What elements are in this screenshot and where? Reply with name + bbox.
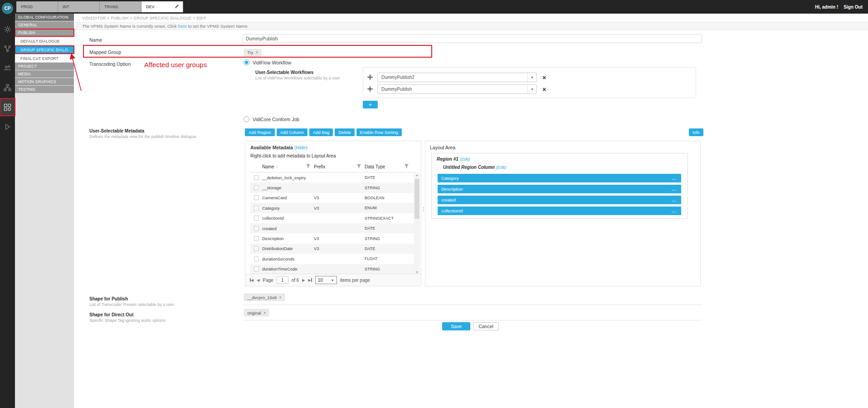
table-row[interactable]: __deletion_lock_expiryDATE <box>250 172 416 182</box>
tab-int[interactable]: INT <box>58 1 100 12</box>
column-header-prefix[interactable]: Prefix <box>314 164 326 169</box>
table-row[interactable]: durationSecondsFLOAT <box>250 254 416 264</box>
remove-tag-icon[interactable]: × <box>279 295 282 300</box>
vidiflow-radio[interactable] <box>244 59 249 65</box>
nav-motion-graphics[interactable]: MOTION GRAPHICS <box>15 78 74 85</box>
last-page-button[interactable]: ▶ <box>308 278 312 282</box>
table-scrollbar[interactable]: ▲ ▼ <box>414 173 420 275</box>
table-row[interactable]: CategoryV3ENUM <box>250 203 416 213</box>
add-region-button[interactable]: Add Region <box>245 128 275 136</box>
vidicore-radio-label[interactable]: VidiCore Conform Job <box>253 117 299 122</box>
shape-direct-field[interactable]: original × <box>243 308 702 320</box>
nav-project[interactable]: PROJECT <box>15 63 74 70</box>
drag-handle-icon[interactable] <box>367 74 373 82</box>
next-page-button[interactable]: ▶ <box>302 278 305 282</box>
workflow-dropdown[interactable]: DummyPublish ▼ <box>377 84 537 94</box>
row-checkbox[interactable] <box>254 216 259 221</box>
more-options-icon[interactable]: ... <box>672 187 677 192</box>
tab-dev[interactable]: DEV <box>141 1 183 12</box>
gear-icon[interactable] <box>0 20 15 38</box>
filter-funnel-icon[interactable] <box>357 164 361 169</box>
layout-item[interactable]: created... <box>438 196 681 204</box>
nav-publish[interactable]: PUBLISH <box>15 29 74 36</box>
configuration-modules-icon[interactable] <box>0 98 15 116</box>
row-checkbox[interactable] <box>254 185 259 190</box>
row-checkbox[interactable] <box>254 175 259 180</box>
table-row[interactable]: DistributionDateV3DATE <box>250 244 416 254</box>
delete-button[interactable]: Delete <box>335 128 354 136</box>
name-input[interactable] <box>243 34 702 43</box>
layout-item[interactable]: collectionId... <box>438 206 681 215</box>
nav-default-dialogue[interactable]: DEFAULT DIALOGUE <box>15 37 74 45</box>
layout-item[interactable]: Category... <box>438 174 681 182</box>
row-checkbox[interactable] <box>254 226 259 231</box>
region-edit-link[interactable]: (Edit) <box>460 157 470 162</box>
play-icon[interactable] <box>0 118 15 135</box>
row-checkbox[interactable] <box>254 236 259 241</box>
panel-splitter-handle[interactable]: ⋮ <box>421 206 424 211</box>
tab-trans[interactable]: TRANS <box>100 1 141 12</box>
nav-testing[interactable]: TESTING <box>15 86 74 93</box>
tab-prod[interactable]: PROD <box>16 1 58 12</box>
enable-row-sorting-button[interactable]: Enable Row Sorting <box>356 128 402 136</box>
add-bag-button[interactable]: Add Bag <box>309 128 333 136</box>
prev-page-button[interactable]: ◀ <box>257 278 259 282</box>
scroll-up-icon[interactable]: ▲ <box>414 174 420 177</box>
add-column-button[interactable]: Add Column <box>277 128 307 136</box>
sign-out-link[interactable]: Sign Out <box>844 5 863 10</box>
items-per-page-select[interactable]: 10 ▼ <box>315 276 337 284</box>
chevron-down-icon[interactable]: ▼ <box>527 85 536 93</box>
row-checkbox[interactable] <box>254 266 259 271</box>
workflow-icon[interactable] <box>0 40 15 57</box>
mapped-group-tag[interactable]: Try × <box>244 49 261 56</box>
info-button[interactable]: Info <box>689 128 703 136</box>
table-row[interactable]: createdDATE <box>250 223 416 233</box>
page-number-input[interactable] <box>277 276 288 284</box>
table-row[interactable]: CameraCardV3BOOLEAN <box>250 193 416 203</box>
row-checkbox[interactable] <box>254 256 259 261</box>
mapped-group-field[interactable]: Try × <box>244 48 261 56</box>
remove-workflow-icon[interactable]: × <box>542 74 546 81</box>
remove-tag-icon[interactable]: × <box>255 50 258 55</box>
remove-tag-icon[interactable]: × <box>263 310 266 315</box>
shape-publish-tag[interactable]: __dvcpro_16x9 × <box>244 294 285 301</box>
table-row[interactable]: collectionIdSTRINGEXACT <box>250 213 416 223</box>
hide-link[interactable]: (Hide) <box>294 145 307 150</box>
scrollbar-thumb[interactable] <box>414 179 419 219</box>
filter-funnel-icon[interactable] <box>405 164 409 169</box>
nav-final-cut-export[interactable]: FINAL CUT EXPORT <box>15 54 74 62</box>
nav-media[interactable]: MEDIA <box>15 70 74 78</box>
table-row[interactable]: __storageSTRING <box>250 182 416 192</box>
vidicore-radio[interactable] <box>244 116 249 122</box>
chevron-down-icon[interactable]: ▼ <box>527 73 536 82</box>
filter-funnel-icon[interactable] <box>306 164 310 169</box>
layout-item[interactable]: Description... <box>438 185 681 193</box>
shape-direct-tag[interactable]: original × <box>244 309 269 316</box>
more-options-icon[interactable]: ... <box>672 176 677 181</box>
more-options-icon[interactable]: ... <box>672 197 677 202</box>
drag-handle-icon[interactable] <box>367 85 373 93</box>
nav-general[interactable]: GENERAL <box>15 21 74 29</box>
row-checkbox[interactable] <box>254 206 259 211</box>
first-page-button[interactable]: ◀ <box>250 278 254 282</box>
users-icon[interactable] <box>0 59 15 77</box>
column-header-name[interactable]: Name <box>262 164 274 169</box>
nav-group-specific-dialogue[interactable]: GROUP SPECIFIC DIALO... <box>15 46 74 54</box>
save-button[interactable]: Save <box>442 322 470 330</box>
sitemap-icon[interactable] <box>0 79 15 96</box>
add-workflow-button[interactable]: + <box>363 101 378 108</box>
shape-publish-field[interactable]: __dvcpro_16x9 × <box>243 292 702 305</box>
row-checkbox[interactable] <box>254 195 259 200</box>
row-checkbox[interactable] <box>254 246 259 251</box>
column-header-datatype[interactable]: Data Type <box>365 164 385 169</box>
column-edit-link[interactable]: (Edit) <box>496 165 507 170</box>
table-row[interactable]: DescriptionV3STRING <box>250 233 416 243</box>
workflow-dropdown[interactable]: DummyPublish2 ▼ <box>377 73 537 82</box>
vidiflow-radio-label[interactable]: VidiFlow Workflow <box>253 60 291 65</box>
cancel-button[interactable]: Cancel <box>473 322 499 330</box>
vpms-here-link[interactable]: here <box>178 24 187 29</box>
region-label: Region #1 <box>437 157 458 162</box>
more-options-icon[interactable]: ... <box>672 208 677 213</box>
table-row[interactable]: durationTimeCodeSTRING <box>250 264 416 274</box>
remove-workflow-icon[interactable]: × <box>542 86 546 93</box>
